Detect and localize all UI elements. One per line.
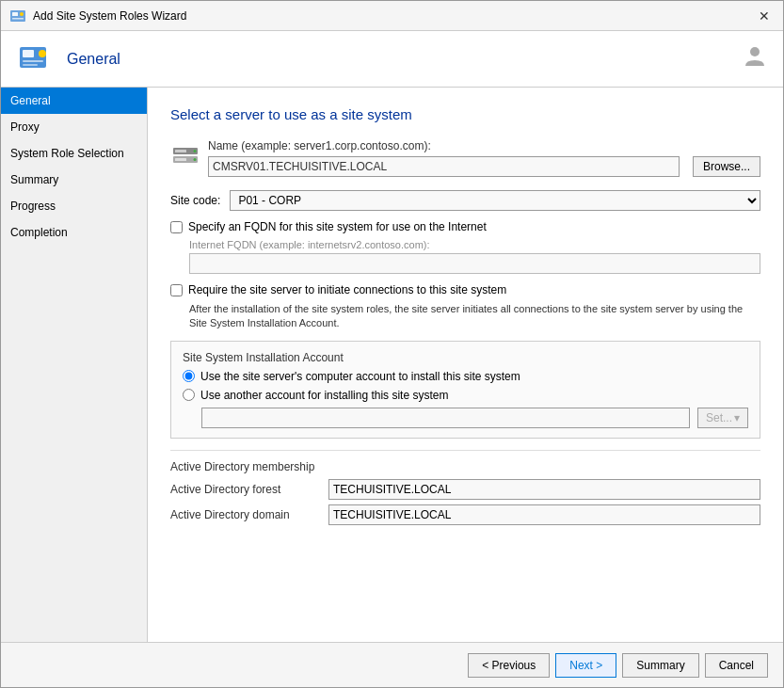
sidebar-item-summary[interactable]: Summary — [1, 167, 147, 193]
another-account-input[interactable] — [201, 408, 690, 428]
sidebar-item-completion[interactable]: Completion — [1, 219, 147, 246]
previous-button[interactable]: < Previous — [468, 653, 550, 678]
svg-point-2 — [20, 12, 24, 16]
specify-fqdn-row: Specify an FQDN for this site system for… — [170, 220, 760, 233]
svg-rect-15 — [175, 158, 186, 161]
svg-rect-1 — [12, 12, 18, 16]
wizard-title-icon — [8, 7, 27, 25]
name-section: Name (example: server1.corp.contoso.com)… — [170, 139, 760, 177]
use-computer-account-label[interactable]: Use the site server's computer account t… — [200, 370, 520, 383]
svg-rect-7 — [23, 60, 43, 62]
sidebar: General Proxy System Role Selection Summ… — [1, 88, 148, 642]
browse-button[interactable]: Browse... — [693, 156, 760, 177]
installation-account-title: Site System Installation Account — [183, 351, 748, 364]
user-icon — [742, 43, 768, 75]
footer: < Previous Next > Summary Cancel — [1, 642, 783, 687]
require-connections-info: After the installation of the site syste… — [189, 302, 760, 331]
require-connections-label[interactable]: Require the site server to initiate conn… — [188, 283, 506, 296]
another-account-input-row: Set... ▾ — [201, 408, 748, 428]
svg-rect-3 — [12, 18, 24, 20]
use-computer-account-radio[interactable] — [183, 370, 195, 382]
installation-account-section: Site System Installation Account Use the… — [170, 341, 760, 439]
sidebar-item-proxy[interactable]: Proxy — [1, 114, 147, 140]
title-bar-text: Add Site System Roles Wizard — [33, 9, 753, 23]
use-another-account-radio[interactable] — [183, 389, 195, 401]
svg-point-12 — [194, 150, 197, 152]
svg-point-13 — [194, 158, 197, 161]
use-another-account-row: Use another account for installing this … — [183, 389, 748, 402]
site-code-label: Site code: — [170, 194, 220, 207]
svg-point-9 — [750, 47, 760, 56]
summary-button[interactable]: Summary — [622, 653, 698, 678]
main-content: Select a server to use as a site system … — [148, 88, 783, 642]
header-bar: General — [1, 31, 783, 88]
wizard-body: General Proxy System Role Selection Summ… — [1, 88, 783, 642]
name-label: Name (example: server1.corp.contoso.com)… — [208, 139, 760, 152]
name-field-row: Browse... — [208, 156, 760, 177]
name-input[interactable] — [208, 156, 680, 177]
svg-rect-8 — [23, 64, 38, 66]
name-field-group: Name (example: server1.corp.contoso.com)… — [208, 139, 760, 177]
title-bar: Add Site System Roles Wizard ✕ — [1, 1, 783, 31]
svg-rect-5 — [23, 50, 34, 57]
svg-point-6 — [39, 50, 46, 57]
header-wizard-icon — [16, 40, 56, 79]
ad-forest-input[interactable] — [328, 479, 760, 500]
svg-rect-14 — [175, 150, 186, 152]
ad-forest-row: Active Directory forest — [170, 479, 760, 500]
server-icon — [170, 143, 200, 173]
specify-fqdn-label[interactable]: Specify an FQDN for this site system for… — [188, 220, 487, 233]
use-computer-account-row: Use the site server's computer account t… — [183, 370, 748, 383]
specify-fqdn-checkbox[interactable] — [170, 221, 183, 233]
set-button[interactable]: Set... ▾ — [697, 408, 748, 428]
header-title: General — [67, 51, 120, 68]
use-another-account-label[interactable]: Use another account for installing this … — [200, 389, 448, 402]
ad-domain-row: Active Directory domain — [170, 504, 760, 525]
require-connections-checkbox[interactable] — [170, 284, 183, 296]
require-connections-row: Require the site server to initiate conn… — [170, 283, 760, 296]
site-code-row: Site code: P01 - CORP — [170, 190, 760, 211]
fqdn-input[interactable] — [189, 253, 760, 274]
site-code-select[interactable]: P01 - CORP — [230, 190, 760, 211]
next-button[interactable]: Next > — [555, 653, 616, 678]
sidebar-item-general[interactable]: General — [1, 88, 147, 114]
sidebar-item-progress[interactable]: Progress — [1, 193, 147, 219]
svg-rect-0 — [10, 10, 25, 22]
name-row: Name (example: server1.corp.contoso.com)… — [170, 139, 760, 177]
ad-domain-input[interactable] — [328, 504, 760, 525]
page-title: Select a server to use as a site system — [170, 106, 760, 122]
ad-title: Active Directory membership — [170, 460, 760, 473]
ad-section: Active Directory membership Active Direc… — [170, 450, 760, 525]
wizard-window: Add Site System Roles Wizard ✕ General G… — [0, 0, 784, 688]
ad-domain-label: Active Directory domain — [170, 508, 321, 521]
close-button[interactable]: ✕ — [753, 5, 776, 27]
ad-forest-label: Active Directory forest — [170, 483, 321, 496]
sidebar-item-system-role-selection[interactable]: System Role Selection — [1, 140, 147, 167]
cancel-button[interactable]: Cancel — [705, 653, 768, 678]
fqdn-placeholder-label: Internet FQDN (example: internetsrv2.con… — [189, 239, 760, 250]
